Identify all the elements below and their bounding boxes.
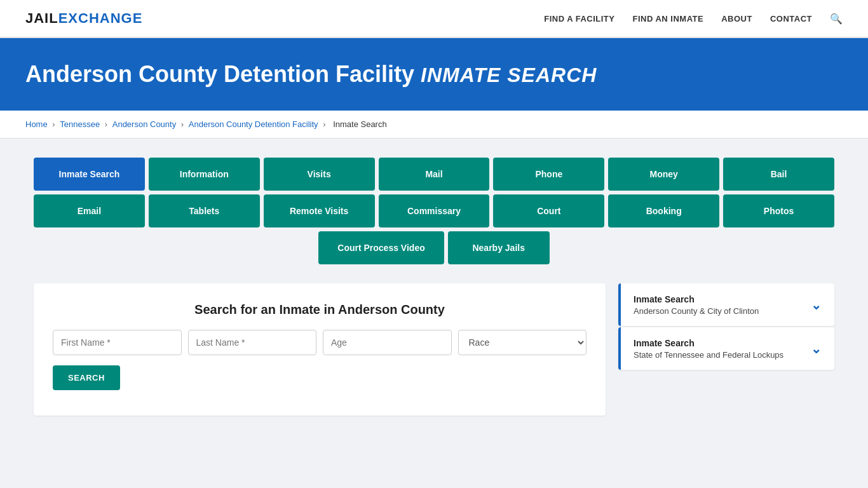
- chevron-down-icon-1: ⌄: [811, 297, 822, 313]
- breadcrumb: Home › Tennessee › Anderson County › And…: [0, 111, 868, 139]
- sidebar-card-1-text: Inmate Search Anderson County & City of …: [634, 294, 759, 316]
- hero-title: Anderson County Detention Facility INMAT…: [25, 61, 843, 88]
- btn-inmate-search[interactable]: Inmate Search: [34, 158, 145, 191]
- nav-search-button[interactable]: 🔍: [830, 13, 843, 25]
- chevron-down-icon-2: ⌄: [811, 341, 822, 356]
- search-submit-button[interactable]: SEARCH: [53, 365, 120, 390]
- breadcrumb-home[interactable]: Home: [25, 119, 48, 129]
- race-select[interactable]: Race White Black Hispanic Asian Other: [458, 330, 587, 355]
- breadcrumb-sep-4: ›: [323, 119, 328, 129]
- breadcrumb-facility[interactable]: Anderson County Detention Facility: [189, 119, 318, 129]
- btn-money[interactable]: Money: [608, 158, 719, 191]
- hero-facility-name: Anderson County Detention Facility: [25, 61, 414, 87]
- sidebar-card-2: Inmate Search State of Tennessee and Fed…: [618, 327, 834, 370]
- btn-photos[interactable]: Photos: [723, 194, 834, 227]
- btn-court-process-video[interactable]: Court Process Video: [318, 231, 444, 264]
- first-name-input[interactable]: [53, 330, 182, 355]
- sidebar-card-2-title: Inmate Search: [634, 337, 783, 349]
- last-name-input[interactable]: [188, 330, 317, 355]
- hero-banner: Anderson County Detention Facility INMAT…: [0, 38, 868, 111]
- nav-find-facility[interactable]: FIND A FACILITY: [544, 14, 614, 24]
- btn-email[interactable]: Email: [34, 194, 145, 227]
- nav-links: FIND A FACILITY FIND AN INMATE ABOUT CON…: [544, 13, 843, 25]
- breadcrumb-current: Inmate Search: [333, 119, 387, 129]
- sidebar-card-1-subtitle: Anderson County & City of Clinton: [634, 306, 759, 316]
- main-content: Inmate Search Information Visits Mail Ph…: [21, 139, 847, 435]
- nav-buttons-row2: Email Tablets Remote Visits Commissary C…: [34, 194, 834, 227]
- nav-contact[interactable]: CONTACT: [770, 14, 812, 24]
- navbar: JAILEXCHANGE FIND A FACILITY FIND AN INM…: [0, 0, 868, 38]
- sidebar-card-2-header[interactable]: Inmate Search State of Tennessee and Fed…: [618, 327, 834, 370]
- btn-bail[interactable]: Bail: [723, 158, 834, 191]
- content-row: Search for an Inmate in Anderson County …: [34, 283, 834, 416]
- btn-mail[interactable]: Mail: [379, 158, 490, 191]
- btn-tablets[interactable]: Tablets: [149, 194, 260, 227]
- breadcrumb-sep-1: ›: [52, 119, 57, 129]
- sidebar-card-1-title: Inmate Search: [634, 294, 759, 305]
- age-input[interactable]: [323, 330, 452, 355]
- sidebar-card-1: Inmate Search Anderson County & City of …: [618, 283, 834, 326]
- breadcrumb-sep-2: ›: [105, 119, 110, 129]
- nav-buttons-row1: Inmate Search Information Visits Mail Ph…: [34, 158, 834, 191]
- btn-court[interactable]: Court: [493, 194, 604, 227]
- form-row-names: Race White Black Hispanic Asian Other: [53, 330, 587, 355]
- logo[interactable]: JAILEXCHANGE: [25, 10, 142, 27]
- btn-phone[interactable]: Phone: [493, 158, 604, 191]
- btn-commissary[interactable]: Commissary: [379, 194, 490, 227]
- hero-page-type: INMATE SEARCH: [421, 64, 597, 86]
- btn-information[interactable]: Information: [149, 158, 260, 191]
- btn-booking[interactable]: Booking: [608, 194, 719, 227]
- breadcrumb-sep-3: ›: [181, 119, 186, 129]
- sidebar: Inmate Search Anderson County & City of …: [618, 283, 834, 371]
- search-title: Search for an Inmate in Anderson County: [53, 302, 587, 317]
- breadcrumb-tennessee[interactable]: Tennessee: [60, 119, 100, 129]
- nav-about[interactable]: ABOUT: [721, 14, 752, 24]
- breadcrumb-anderson-county[interactable]: Anderson County: [112, 119, 176, 129]
- sidebar-card-2-subtitle: State of Tennessee and Federal Lockups: [634, 350, 783, 360]
- sidebar-card-1-header[interactable]: Inmate Search Anderson County & City of …: [618, 283, 834, 326]
- sidebar-card-2-text: Inmate Search State of Tennessee and Fed…: [634, 337, 783, 360]
- search-card: Search for an Inmate in Anderson County …: [34, 283, 606, 416]
- nav-buttons-row3: Court Process Video Nearby Jails: [34, 231, 834, 264]
- btn-visits[interactable]: Visits: [264, 158, 375, 191]
- btn-nearby-jails[interactable]: Nearby Jails: [448, 231, 550, 264]
- nav-find-inmate[interactable]: FIND AN INMATE: [632, 14, 703, 24]
- btn-remote-visits[interactable]: Remote Visits: [264, 194, 375, 227]
